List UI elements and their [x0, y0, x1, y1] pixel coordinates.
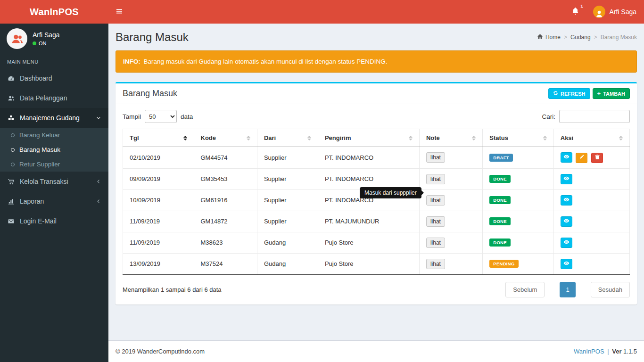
- cell-tgl: 11/09/2019: [123, 232, 194, 253]
- column-header-tgl[interactable]: Tgl: [123, 129, 194, 147]
- cell-kode: GM35453: [194, 168, 257, 189]
- sort-icon: [409, 136, 413, 140]
- warehouse-icon: [7, 115, 15, 122]
- page-title: Barang Masuk: [116, 31, 189, 44]
- bell-icon: [572, 8, 579, 16]
- column-header-note[interactable]: Note: [419, 129, 482, 147]
- breadcrumb-gudang-link[interactable]: Gudang: [570, 34, 591, 41]
- sidebar-item-login-email[interactable]: Login E-Mail: [0, 211, 108, 231]
- table-row: 13/09/2019 M37524 Gudang Pujo Store liha…: [123, 253, 630, 274]
- sidebar-item-label: Data Pelanggan: [20, 94, 67, 102]
- cell-pengirim: Pujo Store: [318, 253, 419, 274]
- length-suffix: data: [181, 113, 193, 120]
- footer-app-name: WanInPOS: [574, 348, 604, 355]
- cell-aksi: [553, 189, 629, 211]
- lihat-button[interactable]: lihat: [426, 195, 445, 206]
- view-button[interactable]: [561, 216, 572, 227]
- column-header-status[interactable]: Status: [483, 129, 554, 147]
- sidebar-submenu-gudang: Barang Keluar Barang Masuk Retur Supplie…: [0, 128, 108, 172]
- tambah-button[interactable]: + TAMBAH: [593, 88, 630, 99]
- lihat-button[interactable]: lihat: [426, 238, 445, 248]
- column-header-dari[interactable]: Dari: [257, 129, 318, 147]
- sidebar-item-label: Barang Keluar: [19, 132, 60, 139]
- column-header-kode[interactable]: Kode: [194, 129, 257, 147]
- sidebar-item-laporan[interactable]: Laporan: [0, 191, 108, 211]
- cell-kode: M38623: [194, 232, 257, 253]
- view-button[interactable]: [561, 259, 572, 269]
- cell-tgl: 13/09/2019: [123, 253, 194, 274]
- cell-aksi: [553, 211, 629, 232]
- refresh-button[interactable]: REFRESH: [548, 88, 590, 99]
- length-select[interactable]: 50: [145, 110, 177, 123]
- content-area: Barang Masuk Home > Gudang > Barang Masu…: [108, 24, 644, 340]
- delete-button[interactable]: [591, 153, 603, 163]
- view-button[interactable]: [561, 238, 572, 248]
- eye-icon: [563, 175, 570, 183]
- user-menu[interactable]: Arfi Saga: [586, 0, 644, 24]
- cell-note: lihat: [419, 189, 482, 211]
- eye-icon: [563, 197, 570, 204]
- search-input[interactable]: [559, 110, 630, 123]
- lihat-button[interactable]: lihat: [426, 259, 445, 269]
- lihat-button[interactable]: lihat: [426, 216, 445, 227]
- length-control: Tampil 50 data: [123, 110, 193, 123]
- user-avatar: [593, 6, 605, 18]
- footer-version: WanInPOS | Ver 1.1.5: [574, 348, 637, 355]
- breadcrumb-home-link[interactable]: Home: [537, 33, 561, 41]
- sidebar-item-retur-supplier[interactable]: Retur Supplier: [0, 157, 108, 172]
- sidebar-menu: Dashboard Data Pelanggan Manajemen Gudan…: [0, 68, 108, 231]
- cell-aksi: [553, 253, 629, 274]
- sidebar-item-data-pelanggan[interactable]: Data Pelanggan: [0, 88, 108, 108]
- circle-icon: [11, 148, 15, 152]
- cell-dari: Supplier: [257, 211, 318, 232]
- sidebar-item-manajemen-gudang[interactable]: Manajemen Gudang: [0, 108, 108, 128]
- view-button[interactable]: [561, 174, 572, 184]
- cell-kode: GM44574: [194, 147, 257, 169]
- edit-button[interactable]: [576, 153, 587, 163]
- table-footer: Menampilkan 1 sampai 6 dari 6 data Sebel…: [123, 282, 630, 297]
- lihat-button[interactable]: lihat: [426, 174, 445, 184]
- cell-dari: Supplier: [257, 147, 318, 169]
- alert-prefix: INFO:: [123, 58, 140, 65]
- panel-toolbar: REFRESH + TAMBAH: [548, 88, 630, 99]
- trash-icon: [594, 154, 600, 161]
- lihat-button[interactable]: lihat: [426, 152, 445, 163]
- user-name: Arfi Saga: [609, 8, 636, 16]
- dashboard-icon: [7, 75, 15, 82]
- sort-icon: [472, 136, 476, 140]
- cell-dari: Supplier: [257, 168, 318, 189]
- status-badge: DRAFT: [489, 154, 513, 162]
- cell-note: lihat: [419, 147, 482, 169]
- sidebar-item-barang-masuk[interactable]: Barang Masuk: [0, 142, 108, 157]
- sidebar-item-dashboard[interactable]: Dashboard: [0, 68, 108, 88]
- view-button[interactable]: [561, 152, 572, 163]
- chevron-left-icon: [96, 198, 101, 204]
- tooltip: Masuk dari suppplier: [360, 187, 421, 198]
- view-button[interactable]: [561, 195, 572, 206]
- top-navbar: WanInPOS 1 Arfi Saga: [0, 0, 644, 24]
- cell-kode: GM14872: [194, 211, 257, 232]
- pagination-prev-button[interactable]: Sebelum: [505, 282, 545, 297]
- pagination-next-button[interactable]: Sesudah: [591, 282, 630, 297]
- sidebar-item-barang-keluar[interactable]: Barang Keluar: [0, 128, 108, 142]
- cell-note: lihat: [419, 253, 482, 274]
- table-row: 11/09/2019 M38623 Gudang Pujo Store liha…: [123, 232, 630, 253]
- cell-dari: Supplier: [257, 189, 318, 211]
- table-row: 02/10/2019 GM44574 Supplier PT. INDOMARC…: [123, 147, 630, 169]
- column-header-pengirim[interactable]: Pengirim: [318, 129, 419, 147]
- sort-icon: [543, 136, 547, 140]
- cell-status: DONE: [483, 211, 554, 232]
- tooltip-arrow: [421, 190, 424, 195]
- notifications-button[interactable]: 1: [565, 0, 586, 24]
- sidebar-section-label: MAIN MENU: [0, 54, 108, 68]
- sidebar-toggle-button[interactable]: [108, 0, 130, 24]
- pagination-page-button[interactable]: 1: [560, 282, 575, 297]
- search-control: Cari:: [542, 110, 630, 123]
- bar-chart-icon: [7, 198, 15, 205]
- cell-pengirim: PT. INDOMARCO: [318, 147, 419, 169]
- column-header-aksi[interactable]: Aksi: [553, 129, 629, 147]
- eye-icon: [563, 239, 570, 247]
- brand-logo[interactable]: WanInPOS: [0, 0, 108, 24]
- sidebar-item-kelola-transaksi[interactable]: Kelola Transaksi: [0, 172, 108, 191]
- cell-kode: M37524: [194, 253, 257, 274]
